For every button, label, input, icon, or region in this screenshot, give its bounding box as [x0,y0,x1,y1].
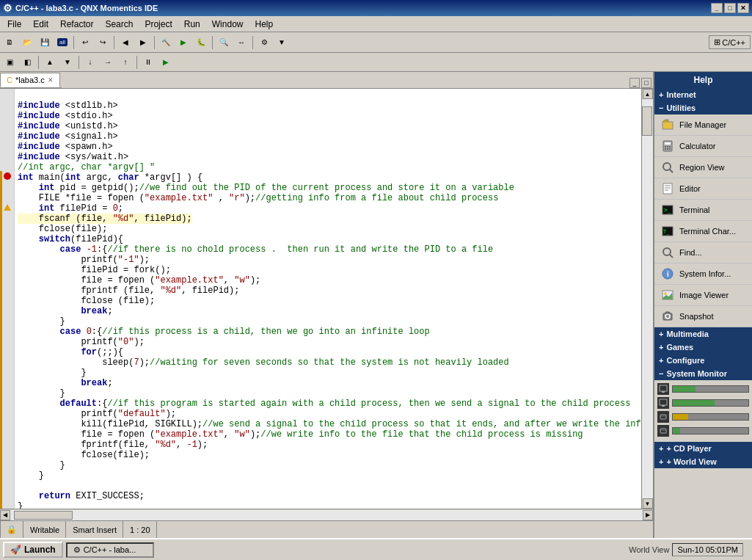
forward-button[interactable]: ▶ [135,34,151,51]
internet-label: Internet [666,90,696,99]
menu-refactor[interactable]: Refactor [54,16,99,32]
svg-rect-0 [662,122,673,129]
open-button[interactable]: 📂 [19,34,35,51]
region-view-icon [660,160,675,175]
menu-edit[interactable]: Edit [27,16,54,32]
vertical-scrollbar[interactable]: ▲ ▼ [641,89,653,509]
scroll-left-button[interactable]: ◀ [0,510,10,520]
layout-btn2[interactable]: ◧ [19,54,35,70]
save-button[interactable]: 💾 [37,34,53,51]
multimedia-label: Multimedia [666,330,708,338]
menu-project[interactable]: Project [139,16,178,32]
perspective-selector[interactable]: ⊞ C/C++ [709,35,751,49]
world-view-title[interactable]: + + World View [654,455,752,468]
horizontal-scrollbar[interactable]: ◀ ▶ [0,509,653,520]
minimize-button[interactable]: _ [711,3,723,13]
monitor-row-1 [657,383,749,395]
scroll-h-thumb[interactable] [14,511,73,520]
window-title: C/C++ - laba3.c - QNX Momentics IDE [15,4,158,12]
code-editor[interactable]: #include <stdlib.h> #include <stdio.h> #… [15,89,641,509]
menu-file[interactable]: File [1,16,27,32]
scroll-h-track[interactable] [10,510,643,520]
redo-button[interactable]: ↪ [95,34,111,51]
utilities-terminal-char[interactable]: T_ Terminal Char... [654,221,752,242]
utilities-image-viewer[interactable]: Image Viewer [654,285,752,306]
menu-window[interactable]: Window [206,16,249,32]
scroll-thumb[interactable] [642,106,652,136]
svg-rect-4 [667,146,668,148]
title-bar-left: ⚙ C/C++ - laba3.c - QNX Momentics IDE [3,2,158,14]
toolbar-row1: 🗎 📂 💾 all ↩ ↪ ◀ ▶ 🔨 ▶ 🐛 🔍 ↔ ⚙ ▼ ⊞ C/C++ [0,32,752,53]
build-button[interactable]: 🔨 [158,34,174,51]
filter-button[interactable]: ▼ [274,34,290,51]
menu-run[interactable]: Run [178,16,206,32]
internet-section: + Internet [654,88,752,101]
utilities-calculator[interactable]: Calculator [654,136,752,157]
scroll-track[interactable] [642,99,653,498]
suspend-btn[interactable]: ⏸ [140,54,156,70]
cd-player-title[interactable]: + + CD Player [654,442,752,455]
utilities-snapshot[interactable]: Snapshot [654,306,752,327]
utilities-terminal[interactable]: >_ Terminal [654,200,752,221]
multimedia-toggle: + [659,330,663,338]
taskbar-item-ide[interactable]: ⚙ C/C++ - laba... [66,542,154,558]
layout-btn1[interactable]: ▣ [1,54,18,70]
sep5 [252,36,253,49]
help-header: Help [654,72,752,88]
debug-button[interactable]: 🐛 [193,34,209,51]
internet-title[interactable]: + Internet [654,88,752,101]
cd-player-section: + + CD Player [654,442,752,455]
resume-btn[interactable]: ▶ [158,54,174,70]
svg-point-9 [663,163,671,170]
menu-help[interactable]: Help [249,16,279,32]
snapshot-label: Snapshot [679,312,713,321]
cd-player-toggle: + [659,444,663,453]
utilities-editor[interactable]: Editor [654,178,752,200]
save-all-button[interactable]: all [54,34,70,51]
run-button[interactable]: ▶ [175,34,191,51]
scroll-down-button[interactable]: ▼ [643,498,653,509]
system-monitor-title[interactable]: − System Monitor [654,367,752,380]
close-button[interactable]: ✕ [737,3,749,13]
undo-button[interactable]: ↩ [77,34,93,51]
scroll-right-button[interactable]: ▶ [643,510,653,520]
back-button[interactable]: ◀ [117,34,134,51]
new-button[interactable]: 🗎 [1,34,18,51]
step-return[interactable]: ↑ [117,54,134,70]
editor-tab-laba3[interactable]: C *laba3.c ✕ [0,73,60,87]
utilities-title[interactable]: − Utilities [654,101,752,114]
svg-rect-3 [665,146,666,148]
utilities-find[interactable]: Find... [654,242,752,263]
step-into[interactable]: ↓ [82,54,98,70]
arrow-up[interactable]: ▲ [42,54,58,70]
taskbar-right: World View Sun-10 05:01PM [629,543,749,556]
scroll-up-button[interactable]: ▲ [643,89,653,99]
configure-title[interactable]: + Configure [654,354,752,367]
utilities-section: − Utilities File Manager Calculator [654,101,752,327]
svg-point-19 [663,248,671,255]
app-icon: ⚙ [3,2,12,14]
editor-maximize[interactable]: □ [641,78,651,88]
utilities-file-manager[interactable]: File Manager [654,114,752,136]
step-over[interactable]: → [100,54,116,70]
launch-button[interactable]: 🚀 Launch [3,542,63,558]
app-window: ⚙ C/C++ - laba3.c - QNX Momentics IDE _ … [0,0,752,560]
editor-label: Editor [679,184,701,193]
utilities-region-view[interactable]: Region View [654,157,752,178]
search-tb-button[interactable]: 🔍 [216,34,232,51]
menu-search[interactable]: Search [99,16,139,32]
nav-button[interactable]: ↔ [233,34,249,51]
editor-minimize[interactable]: _ [629,78,640,88]
system-monitor-toggle: − [659,369,663,378]
taskbar-item-label: C/C++ - laba... [84,545,136,554]
svg-rect-27 [665,312,670,313]
multimedia-title[interactable]: + Multimedia [654,327,752,341]
maximize-button[interactable]: □ [724,3,736,13]
games-title[interactable]: + Games [654,341,752,354]
arrow-down[interactable]: ▼ [59,54,76,70]
properties-button[interactable]: ⚙ [256,34,272,51]
tab-label: *laba3.c [15,76,45,84]
mode-label: Smart Insert [73,526,117,534]
utilities-sysinfo[interactable]: i System Infor... [654,263,752,285]
tab-close-icon[interactable]: ✕ [48,76,54,84]
